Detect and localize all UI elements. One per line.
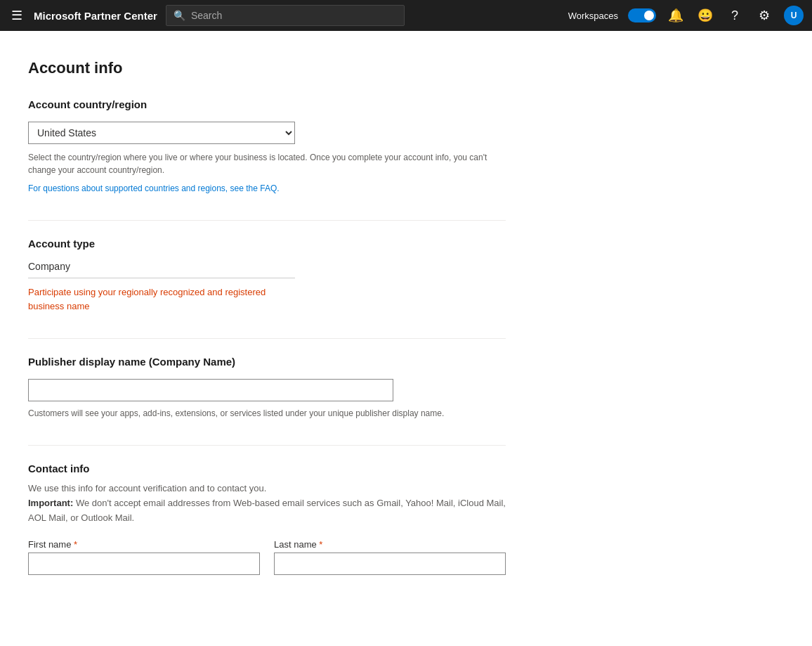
account-type-section: Account type Company Participate using y…: [28, 238, 506, 313]
contact-info-prefix: We use this info for account verificatio…: [28, 483, 266, 493]
first-name-label: First name *: [28, 539, 260, 550]
name-fields-row: First name * Last name *: [28, 539, 506, 575]
contact-info-section: Contact info We use this info for accoun…: [28, 463, 506, 575]
contact-info-important-label: Important:: [28, 498, 73, 508]
country-helper-text: Select the country/region where you live…: [28, 151, 506, 176]
search-bar[interactable]: 🔍: [166, 5, 405, 26]
publisher-helper-text-content: Customers will see your apps, add-ins, e…: [28, 408, 444, 418]
account-type-value: Company: [28, 261, 295, 278]
last-name-input[interactable]: [274, 553, 506, 575]
avatar[interactable]: U: [784, 6, 804, 25]
feedback-icon[interactable]: 😀: [695, 6, 715, 25]
help-icon[interactable]: ?: [725, 6, 745, 25]
search-input[interactable]: [191, 10, 397, 21]
divider-1: [28, 220, 506, 221]
workspaces-toggle[interactable]: [628, 8, 656, 22]
main-content: Account info Account country/region Unit…: [0, 31, 534, 642]
publisher-name-section: Publisher display name (Company Name) Cu…: [28, 356, 506, 420]
first-name-input[interactable]: [28, 553, 260, 575]
country-faq-link: For questions about supported countries …: [28, 182, 506, 195]
account-country-section: Account country/region United States Can…: [28, 98, 506, 195]
faq-link[interactable]: For questions about supported countries …: [28, 183, 280, 193]
first-name-group: First name *: [28, 539, 260, 575]
divider-3: [28, 445, 506, 446]
hamburger-menu-button[interactable]: ☰: [8, 5, 25, 26]
page-title: Account info: [28, 59, 506, 77]
notifications-icon[interactable]: 🔔: [666, 6, 686, 25]
publisher-helper-text: Customers will see your apps, add-ins, e…: [28, 407, 506, 420]
top-nav-right: Workspaces 🔔 😀 ? ⚙ U: [568, 6, 804, 25]
last-name-group: Last name *: [274, 539, 506, 575]
last-name-label: Last name *: [274, 539, 506, 550]
top-navigation: ☰ Microsoft Partner Center 🔍 Workspaces …: [0, 0, 812, 31]
search-icon: 🔍: [173, 10, 185, 21]
app-title: Microsoft Partner Center: [34, 10, 157, 22]
publisher-section-title: Publisher display name (Company Name): [28, 356, 506, 368]
account-type-section-title: Account type: [28, 238, 506, 250]
country-select[interactable]: United States Canada United Kingdom Germ…: [28, 122, 295, 144]
contact-section-title: Contact info: [28, 463, 506, 474]
contact-info-important-detail: We don't accept email addresses from Web…: [28, 498, 506, 523]
contact-info-text: We use this info for account verificatio…: [28, 482, 506, 525]
country-section-title: Account country/region: [28, 98, 506, 110]
publisher-display-name-input[interactable]: [28, 379, 393, 401]
settings-icon[interactable]: ⚙: [754, 6, 774, 25]
account-type-description: Participate using your regionally recogn…: [28, 285, 295, 313]
divider-2: [28, 338, 506, 339]
workspaces-label: Workspaces: [568, 11, 618, 21]
